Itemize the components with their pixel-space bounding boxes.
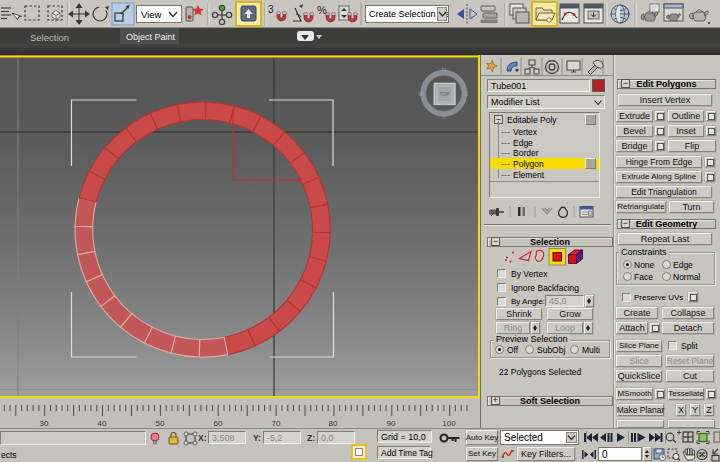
svg-text:W: W (418, 91, 424, 97)
svg-text:%: % (317, 4, 327, 16)
svg-text:3: 3 (268, 4, 274, 15)
svg-text:N: N (442, 67, 446, 73)
svg-text:E: E (464, 91, 468, 97)
svg-text:TOP: TOP (440, 92, 450, 97)
svg-text:S: S (442, 114, 446, 120)
